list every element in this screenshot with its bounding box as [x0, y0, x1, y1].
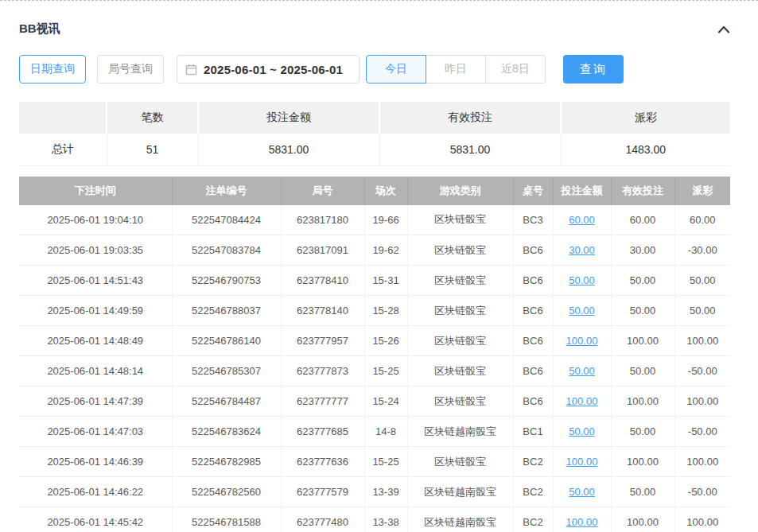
bet-amount-link[interactable]: 50.00	[569, 486, 595, 498]
bet-time-cell: 2025-06-01 14:46:22	[19, 477, 172, 507]
bet-amount-cell: 60.00	[553, 205, 611, 235]
today-button[interactable]: 今日	[366, 55, 426, 83]
bet-amount-cell: 50.00	[553, 356, 611, 386]
table-row: 2025-06-01 14:49:59522546788037623778140…	[19, 296, 730, 326]
column-header: 派彩	[674, 177, 730, 205]
bet-amount-link[interactable]: 100.00	[566, 395, 598, 407]
payout-cell: 50.00	[674, 296, 730, 326]
bet-time-cell: 2025-06-01 19:04:10	[19, 205, 172, 235]
round-id-cell: 623777957	[281, 326, 364, 356]
table-no-cell: BC1	[513, 417, 553, 447]
column-header: 有效投注	[611, 177, 674, 205]
table-no-cell: BC6	[513, 235, 553, 266]
round-id-cell: 623778140	[281, 296, 364, 326]
valid-bet-cell: 60.00	[611, 205, 674, 235]
valid-bet-cell: 50.00	[611, 417, 674, 447]
game-type-cell: 区块链骰宝	[407, 266, 513, 296]
summary-column-header: 有效投注	[379, 102, 561, 134]
summary-total-label: 总计	[19, 134, 107, 165]
session-cell: 13-39	[364, 477, 407, 507]
order-id-cell: 522546781588	[172, 507, 281, 532]
table-no-cell: BC6	[513, 356, 553, 386]
table-row: 2025-06-01 14:46:22522546782560623777579…	[19, 477, 730, 507]
bet-amount-link[interactable]: 100.00	[566, 335, 598, 347]
summary-column-header: 派彩	[561, 102, 730, 134]
table-no-cell: BC6	[513, 386, 553, 417]
bet-amount-cell: 50.00	[553, 296, 611, 326]
date-range-input[interactable]: 2025-06-01 ~ 2025-06-01	[177, 55, 360, 83]
table-row: 2025-06-01 14:51:43522546790753623778410…	[19, 266, 730, 296]
date-query-tab[interactable]: 日期查询	[19, 55, 86, 83]
order-id-cell: 522547084424	[172, 205, 281, 235]
table-row: 2025-06-01 14:46:39522546782985623777636…	[19, 447, 730, 477]
valid-bet-cell: 50.00	[611, 356, 674, 386]
bet-amount-link[interactable]: 30.00	[569, 244, 595, 256]
bet-time-cell: 2025-06-01 14:45:42	[19, 507, 172, 532]
bet-amount-link[interactable]: 50.00	[569, 305, 595, 316]
round-id-cell: 623777873	[281, 356, 364, 386]
summary-valid-bet: 5831.00	[379, 134, 561, 165]
payout-cell: -50.00	[674, 417, 730, 447]
round-id-cell: 623777579	[281, 477, 364, 507]
table-row: 2025-06-01 14:47:03522546783624623777685…	[19, 417, 730, 447]
valid-bet-cell: 50.00	[611, 296, 674, 326]
table-no-cell: BC6	[513, 296, 553, 326]
records-body: 2025-06-01 19:04:10522547084424623817180…	[19, 205, 730, 532]
game-type-cell: 区块链骰宝	[407, 447, 513, 477]
bet-time-cell: 2025-06-01 14:48:49	[19, 326, 172, 356]
payout-cell: 100.00	[674, 507, 730, 532]
payout-cell: -50.00	[674, 477, 730, 507]
bet-records-panel: BB视讯 日期查询 局号查询 2025-06-01 ~ 2025-06-01 今…	[0, 1, 758, 532]
valid-bet-cell: 100.00	[611, 386, 674, 417]
column-header: 桌号	[513, 177, 553, 205]
session-cell: 13-38	[364, 507, 407, 532]
summary-header-row: 笔数 投注金额 有效投注 派彩	[19, 102, 730, 134]
filter-bar: 日期查询 局号查询 2025-06-01 ~ 2025-06-01 今日 昨日 …	[19, 55, 758, 83]
order-id-cell: 522546782560	[172, 477, 281, 507]
table-row: 2025-06-01 14:48:14522546785307623777873…	[19, 356, 730, 386]
session-cell: 19-66	[364, 205, 407, 235]
bet-amount-link[interactable]: 50.00	[569, 274, 595, 286]
summary-column-header	[19, 102, 107, 134]
quick-range-group: 今日 昨日 近8日	[366, 55, 546, 83]
table-row: 2025-06-01 19:04:10522547084424623817180…	[19, 205, 730, 235]
round-id-cell: 623817091	[281, 235, 364, 266]
bet-amount-link[interactable]: 50.00	[569, 365, 595, 377]
last-8-days-button[interactable]: 近8日	[485, 55, 546, 83]
bet-time-cell: 2025-06-01 19:03:35	[19, 235, 172, 266]
search-button[interactable]: 查询	[563, 55, 624, 83]
yesterday-button[interactable]: 昨日	[426, 55, 486, 83]
order-id-cell: 522546788037	[172, 296, 281, 326]
summary-bet-amount: 5831.00	[198, 134, 379, 165]
column-header: 游戏类别	[407, 177, 513, 205]
bet-time-cell: 2025-06-01 14:47:39	[19, 386, 172, 417]
chevron-up-icon[interactable]	[717, 25, 730, 33]
table-no-cell: BC2	[513, 477, 553, 507]
bet-time-cell: 2025-06-01 14:49:59	[19, 296, 172, 326]
summary-table: 笔数 投注金额 有效投注 派彩 总计 51 5831.00 5831.00 14…	[19, 102, 730, 166]
payout-cell: 100.00	[674, 447, 730, 477]
valid-bet-cell: 100.00	[611, 447, 674, 477]
session-cell: 15-31	[364, 266, 407, 296]
bet-amount-link[interactable]: 100.00	[566, 516, 598, 528]
table-row: 2025-06-01 14:45:42522546781588623777480…	[19, 507, 730, 532]
table-row: 2025-06-01 14:48:49522546786140623777957…	[19, 326, 730, 356]
bet-amount-link[interactable]: 100.00	[566, 456, 598, 468]
bet-amount-link[interactable]: 60.00	[569, 214, 595, 226]
round-id-cell: 623817180	[281, 205, 364, 235]
payout-cell: 100.00	[674, 386, 730, 417]
session-cell: 15-25	[364, 356, 407, 386]
bet-records-table: 下注时间注单编号局号场次游戏类别桌号投注金额有效投注派彩 2025-06-01 …	[19, 177, 730, 532]
order-id-cell: 522546786140	[172, 326, 281, 356]
game-type-cell: 区块链越南骰宝	[407, 477, 513, 507]
calendar-icon	[185, 64, 197, 76]
summary-total-row: 总计 51 5831.00 5831.00 1483.00	[19, 134, 730, 165]
valid-bet-cell: 30.00	[611, 235, 674, 266]
records-header-row: 下注时间注单编号局号场次游戏类别桌号投注金额有效投注派彩	[19, 177, 730, 205]
bet-amount-link[interactable]: 50.00	[569, 425, 595, 437]
valid-bet-cell: 100.00	[611, 326, 674, 356]
payout-cell: -30.00	[674, 235, 730, 266]
round-query-tab[interactable]: 局号查询	[97, 55, 164, 83]
column-header: 注单编号	[172, 177, 281, 205]
round-id-cell: 623777636	[281, 447, 364, 477]
